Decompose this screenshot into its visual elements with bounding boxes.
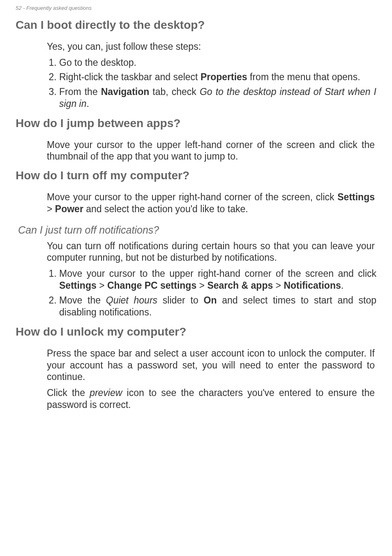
text: > xyxy=(196,280,207,291)
paragraph: Move your cursor to the upper left-hand … xyxy=(47,139,375,163)
list-item: Right-click the taskbar and select Prope… xyxy=(59,71,376,83)
list-item: Move the Quiet hours slider to On and se… xyxy=(59,294,376,319)
bold-text: Settings xyxy=(337,192,375,202)
heading-boot-desktop: Can I boot directly to the desktop? xyxy=(16,19,376,32)
text: > xyxy=(97,280,107,291)
paragraph: Move your cursor to the upper right-hand… xyxy=(47,191,375,215)
bold-text: Navigation xyxy=(101,86,150,97)
content-block: Press the space bar and select a user ac… xyxy=(47,348,375,411)
text: . xyxy=(86,98,89,109)
text: Move the xyxy=(59,295,106,306)
bold-text: Settings xyxy=(59,280,97,291)
text: from the menu that opens. xyxy=(247,72,360,82)
list-item: From the Navigation tab, check Go to the… xyxy=(59,86,376,110)
page-container: 52 - Frequently asked questions Can I bo… xyxy=(0,0,392,556)
ordered-list: Move your cursor to the upper right-hand… xyxy=(47,268,376,319)
bold-text: Change PC settings xyxy=(107,280,196,291)
heading-unlock: How do I unlock my computer? xyxy=(16,325,376,338)
text: From the xyxy=(59,86,101,97)
content-block: Yes, you can, just follow these steps: xyxy=(47,41,375,53)
list-item: Go to the desktop. xyxy=(59,57,376,69)
italic-text: preview xyxy=(90,387,122,398)
text: Move your cursor to the upper right-hand… xyxy=(47,192,337,202)
heading-jump-apps: How do I jump between apps? xyxy=(16,117,376,130)
content-block: Move your cursor to the upper left-hand … xyxy=(47,139,375,163)
heading-turn-off: How do I turn off my computer? xyxy=(16,169,376,182)
text: slider to xyxy=(157,295,203,306)
paragraph: Press the space bar and select a user ac… xyxy=(47,348,375,383)
bold-text: Power xyxy=(55,204,83,214)
text: Move your cursor to the upper right-hand… xyxy=(59,268,376,279)
list-item: Move your cursor to the upper right-hand… xyxy=(59,268,376,292)
paragraph: Yes, you can, just follow these steps: xyxy=(47,41,375,53)
bold-text: On xyxy=(204,295,217,306)
content-block: Move your cursor to the upper right-hand… xyxy=(47,191,375,215)
subheading-notifications: Can I just turn off notifications? xyxy=(18,224,376,236)
text: tab, check xyxy=(149,86,200,97)
ordered-list: Go to the desktop. Right-click the taskb… xyxy=(47,57,376,110)
text: > xyxy=(273,280,284,291)
bold-text: Search & apps xyxy=(207,280,273,291)
page-header: 52 - Frequently asked questions xyxy=(16,5,376,11)
italic-text: Quiet hours xyxy=(106,295,157,306)
text: > xyxy=(47,204,55,214)
content-block: You can turn off notifications during ce… xyxy=(47,240,375,264)
paragraph: You can turn off notifications during ce… xyxy=(47,240,375,264)
text: and select the action you'd like to take… xyxy=(83,204,248,214)
text: Click the xyxy=(47,387,90,398)
text: . xyxy=(341,280,344,291)
bold-text: Properties xyxy=(201,72,247,82)
paragraph: Click the preview icon to see the charac… xyxy=(47,387,375,411)
text: Right-click the taskbar and select xyxy=(59,72,201,82)
bold-text: Notifications xyxy=(284,280,341,291)
